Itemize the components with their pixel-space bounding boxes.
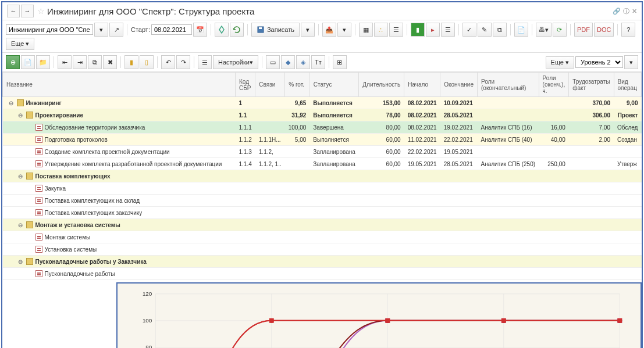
export-icon[interactable]: 📤 — [322, 23, 336, 37]
tool-report-icon[interactable]: 📄 — [514, 23, 528, 37]
tool-help-icon[interactable]: ? — [621, 23, 635, 37]
tool-red-icon[interactable]: ▸ — [426, 23, 440, 37]
col-sbr[interactable]: Код СБР — [236, 73, 255, 97]
svg-rect-1 — [259, 27, 262, 29]
help-icon[interactable]: ⓘ — [623, 7, 629, 16]
start-date-input[interactable] — [151, 24, 192, 35]
project-select[interactable] — [6, 24, 93, 35]
filter-icon[interactable]: ☰ — [198, 55, 212, 69]
col-start[interactable]: Начало — [404, 73, 440, 97]
view5-icon[interactable]: ⊞ — [333, 55, 347, 69]
project-open[interactable]: ↗ — [109, 23, 123, 37]
col-eff[interactable]: Трудозатраты факт — [569, 73, 614, 97]
col-rhours[interactable]: Роли (оконч.), ч. — [539, 73, 569, 97]
expander-icon[interactable]: ⊖ — [9, 100, 15, 106]
export-dropdown[interactable]: ▾ — [337, 23, 351, 37]
col-end[interactable]: Окончание — [440, 73, 478, 97]
expander-icon[interactable]: ⊖ — [18, 173, 24, 180]
tool-tree-icon[interactable]: ⛬ — [374, 23, 388, 37]
table-row[interactable]: ⊖Поставка комплектующих — [3, 170, 642, 182]
table-row[interactable]: ⊖Монтаж и установка системы — [3, 219, 642, 231]
svg-text:100: 100 — [143, 317, 152, 324]
highlight-icon[interactable]: ▮ — [124, 55, 138, 69]
col-dur[interactable]: Длительность — [359, 73, 404, 97]
redo-icon[interactable]: ↷ — [176, 55, 190, 69]
task-icon — [35, 148, 42, 155]
date-picker-icon[interactable]: 📅 — [193, 23, 207, 37]
collapse-icon[interactable]: ▾ — [624, 55, 638, 69]
save-button[interactable]: Записать — [251, 23, 300, 37]
indent-left-icon[interactable]: ⇤ — [58, 55, 72, 69]
indent-right-icon[interactable]: ⇥ — [73, 55, 87, 69]
row-name: Создание комплекта проектной документаци… — [45, 149, 170, 155]
table-row[interactable]: Создание комплекта проектной документаци… — [3, 146, 642, 158]
add-folder-icon[interactable]: 📁 — [36, 55, 50, 69]
row-name: Проектирование — [35, 112, 84, 119]
tool-edit-icon[interactable]: ✎ — [478, 23, 492, 37]
more-button[interactable]: Еще ▾ — [6, 38, 34, 50]
tool-list-icon[interactable]: ☰ — [441, 23, 455, 37]
copy-icon[interactable]: ⧉ — [88, 55, 102, 69]
task-icon — [35, 246, 42, 253]
table-row[interactable]: ⊖Проектирование1.131,92Выполняется78,000… — [3, 109, 642, 121]
view1-icon[interactable]: ▭ — [266, 55, 280, 69]
tool-doc-icon[interactable]: DOC — [594, 23, 614, 37]
expander-icon[interactable]: ⊖ — [18, 259, 24, 265]
row-name: Пусконаладочные работы — [45, 271, 115, 277]
view3-icon[interactable]: ◈ — [296, 55, 310, 69]
undo-icon[interactable]: ↶ — [161, 55, 175, 69]
table-row[interactable]: Закупка — [3, 182, 642, 195]
back-button[interactable]: ← — [7, 5, 20, 17]
row-name: Утверждение комплекта разработанной прое… — [45, 161, 222, 167]
more-button-2[interactable]: Еще ▾ — [546, 56, 574, 69]
col-pct[interactable]: % гот. — [285, 73, 310, 97]
expander-icon[interactable]: ⊖ — [18, 222, 24, 228]
add-button[interactable]: ⊕ — [6, 55, 20, 69]
split-icon[interactable] — [215, 23, 229, 37]
row-name: Монтаж и установка системы — [35, 222, 120, 228]
tool-copy-icon[interactable]: ⧉ — [493, 23, 507, 37]
tool-sync-icon[interactable]: ⟳ — [553, 23, 567, 37]
wbs-table: Название Код СБР Связи % гот. Статус Дли… — [2, 72, 642, 280]
tool-grid-icon[interactable]: ▦ — [359, 23, 373, 37]
col-name[interactable]: Название — [3, 73, 236, 97]
tool-check-icon[interactable]: ✓ — [462, 23, 476, 37]
tool-print-icon[interactable]: 🖶▾ — [536, 23, 552, 37]
delete-icon[interactable]: ✖ — [103, 55, 117, 69]
close-icon[interactable]: ✕ — [632, 8, 637, 15]
settings-button[interactable]: Настройки ▾ — [213, 55, 258, 69]
refresh-icon[interactable] — [230, 23, 244, 37]
svg-rect-46 — [501, 318, 506, 323]
svg-rect-44 — [269, 318, 274, 323]
tool-hier-icon[interactable]: ☰ — [389, 23, 403, 37]
col-roles[interactable]: Роли (окончательный) — [477, 73, 539, 97]
table-row[interactable]: Подготовка протоколов1.1.21.1.1Н...5,00В… — [3, 134, 642, 146]
expander-icon[interactable]: ⊖ — [18, 112, 24, 119]
table-row[interactable]: Установка системы — [3, 243, 642, 256]
table-row[interactable]: ⊖Пусконаладочные работы у Заказчика — [3, 256, 642, 268]
forward-button[interactable]: → — [21, 5, 34, 17]
tool-green-icon[interactable]: ▮ — [411, 23, 425, 37]
level-select[interactable]: Уровень 2 — [575, 56, 623, 68]
task-icon — [35, 124, 42, 131]
table-row[interactable]: Монтаж системы — [3, 231, 642, 243]
table-row[interactable]: Обследование территории заказчика1.1.110… — [3, 121, 642, 134]
view2-icon[interactable]: ◆ — [281, 55, 295, 69]
tool-pdf-icon[interactable]: PDF — [574, 23, 593, 37]
table-row[interactable]: Поставка комплектующих заказчику — [3, 207, 642, 219]
col-status[interactable]: Статус — [309, 73, 359, 97]
table-row[interactable]: Утверждение комплекта разработанной прое… — [3, 158, 642, 170]
add-doc-icon[interactable]: 📄 — [21, 55, 35, 69]
link-icon[interactable]: 🔗 — [613, 8, 621, 15]
highlight2-icon[interactable]: ▯ — [140, 55, 154, 69]
task-icon — [35, 136, 42, 143]
table-row[interactable]: Пусконаладочные работы — [3, 268, 642, 280]
col-op[interactable]: Вид операц — [614, 73, 642, 97]
view4-icon[interactable]: Тт — [311, 55, 325, 69]
project-dropdown[interactable]: ▾ — [94, 23, 108, 37]
favorite-icon[interactable]: ☆ — [37, 6, 45, 16]
table-row[interactable]: ⊖Инжиниринг19,65Выполняется153,0008.02.2… — [3, 97, 642, 109]
table-row[interactable]: Поставка комплектующих на склад — [3, 195, 642, 207]
col-links[interactable]: Связи — [255, 73, 285, 97]
save-dropdown[interactable]: ▾ — [301, 23, 315, 37]
